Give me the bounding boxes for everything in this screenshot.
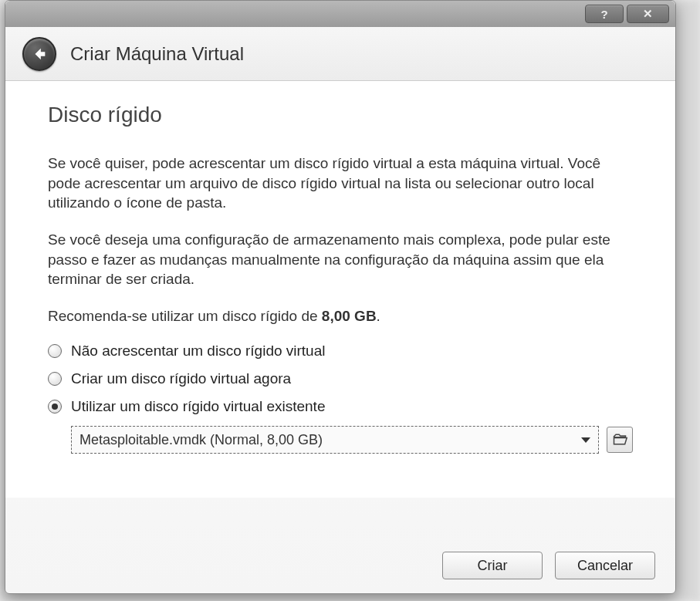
radio-create-disk[interactable]: Criar um disco rígido virtual agora: [48, 370, 633, 387]
rec-suffix: .: [377, 308, 380, 324]
existing-disk-row: Metasploitable.vmdk (Normal, 8,00 GB): [71, 426, 633, 454]
rec-prefix: Recomenda-se utilizar um disco rígido de: [48, 308, 322, 324]
description-para-2: Se você deseja uma configuração de armaz…: [48, 230, 633, 289]
radio-icon-checked: [48, 400, 62, 414]
wizard-footer: Criar Cancelar: [442, 552, 655, 579]
create-button[interactable]: Criar: [442, 552, 543, 579]
arrow-left-icon: [31, 46, 48, 62]
wizard-header: Criar Máquina Virtual: [5, 27, 675, 81]
radio-label: Utilizar um disco rígido virtual existen…: [71, 398, 325, 415]
back-button[interactable]: [22, 37, 56, 71]
description-para-1: Se você quiser, pode acrescentar um disc…: [48, 154, 633, 213]
disk-option-group: Não acrescentar um disco rígido virtual …: [48, 343, 633, 454]
cancel-button[interactable]: Cancelar: [555, 552, 655, 579]
radio-label: Criar um disco rígido virtual agora: [71, 370, 291, 387]
recommendation-text: Recomenda-se utilizar um disco rígido de…: [48, 306, 633, 326]
chevron-down-icon: [581, 437, 590, 443]
page-title: Disco rígido: [48, 103, 633, 127]
folder-open-icon: [611, 432, 628, 447]
close-icon: ✕: [643, 7, 653, 21]
close-button[interactable]: ✕: [627, 5, 669, 23]
browse-disk-button[interactable]: [607, 427, 633, 453]
radio-existing-disk[interactable]: Utilizar um disco rígido virtual existen…: [48, 398, 633, 415]
rec-size: 8,00 GB: [322, 308, 377, 324]
titlebar: ? ✕: [5, 1, 675, 27]
radio-icon: [48, 372, 62, 386]
radio-label: Não acrescentar um disco rígido virtual: [71, 343, 325, 360]
disk-file-dropdown[interactable]: Metasploitable.vmdk (Normal, 8,00 GB): [71, 426, 599, 454]
help-icon: ?: [600, 8, 607, 21]
dropdown-value: Metasploitable.vmdk (Normal, 8,00 GB): [79, 432, 323, 448]
content-panel: Disco rígido Se você quiser, pode acresc…: [5, 81, 675, 498]
radio-no-disk[interactable]: Não acrescentar um disco rígido virtual: [48, 343, 633, 360]
help-button[interactable]: ?: [585, 5, 624, 23]
wizard-title: Criar Máquina Virtual: [70, 43, 244, 65]
radio-icon: [48, 344, 62, 358]
wizard-window: ? ✕ Criar Máquina Virtual Disco rígido S…: [5, 0, 676, 594]
